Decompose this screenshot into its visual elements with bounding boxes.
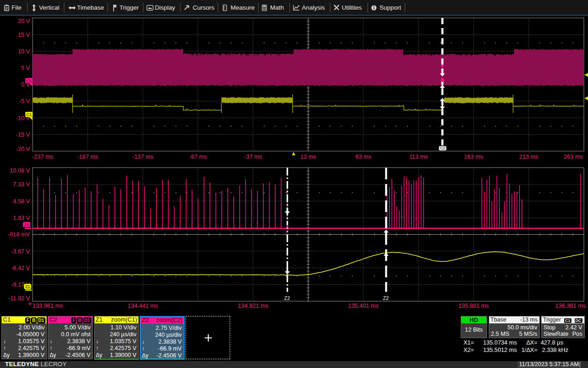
svg-text:134.441 ms: 134.441 ms [128, 303, 158, 309]
svg-text:-5 V: -5 V [19, 98, 30, 104]
svg-text:Z2: Z2 [24, 222, 29, 227]
svg-text:-237 ms: -237 ms [32, 154, 53, 160]
svg-text:63 ms: 63 ms [356, 154, 372, 160]
svg-text:136.361 ms: 136.361 ms [555, 303, 586, 309]
svg-text:10.08 V: 10.08 V [10, 167, 30, 174]
svg-text:163 ms: 163 ms [464, 154, 483, 160]
svg-text:15 V: 15 V [18, 32, 30, 38]
svg-text:134.921 ms: 134.921 ms [238, 303, 268, 309]
svg-text:7.33 V: 7.33 V [13, 181, 30, 188]
svg-text:1.83 V: 1.83 V [13, 215, 30, 221]
svg-text:213 ms: 213 ms [519, 154, 538, 160]
svg-text:13 ms: 13 ms [300, 154, 317, 160]
svg-text:C2: C2 [440, 146, 445, 150]
svg-text:-137 ms: -137 ms [132, 154, 153, 160]
svg-text:C1: C1 [26, 112, 32, 117]
svg-text:10 V: 10 V [18, 48, 30, 55]
svg-text:C2: C2 [26, 78, 32, 83]
svg-text:-187 ms: -187 ms [77, 154, 98, 160]
svg-text:-3.67 V: -3.67 V [11, 248, 30, 255]
svg-text:-87 ms: -87 ms [189, 154, 207, 160]
svg-text:4.58 V: 4.58 V [13, 198, 30, 205]
svg-text:-918 mV: -918 mV [8, 231, 30, 238]
svg-text:135.401 ms: 135.401 ms [348, 303, 379, 309]
svg-text:5 V: 5 V [21, 65, 30, 71]
svg-text:263 ms: 263 ms [564, 154, 583, 160]
svg-text:-15 V: -15 V [16, 132, 30, 138]
svg-text:Z1: Z1 [25, 284, 30, 289]
svg-text:-11.92 V: -11.92 V [8, 295, 30, 302]
svg-text:Z2: Z2 [383, 295, 389, 301]
svg-text:135.881 ms: 135.881 ms [458, 303, 489, 309]
svg-text:113 ms: 113 ms [409, 154, 428, 160]
svg-text:133.961 ms: 133.961 ms [33, 303, 63, 309]
svg-text:20 V: 20 V [18, 18, 30, 24]
svg-text:-6.42 V: -6.42 V [11, 265, 30, 271]
svg-text:-37 ms: -37 ms [244, 154, 262, 160]
svg-text:Z2: Z2 [284, 295, 290, 301]
svg-text:-20 V: -20 V [16, 146, 30, 152]
